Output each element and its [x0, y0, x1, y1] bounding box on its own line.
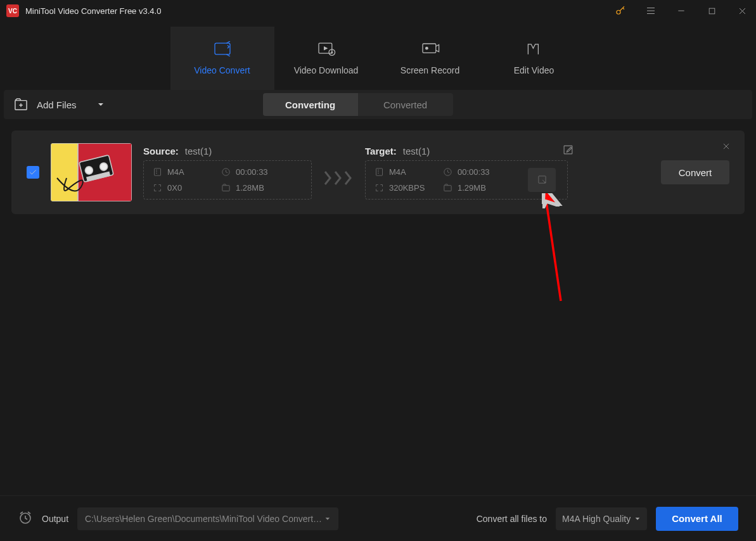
- file-checkbox[interactable]: [27, 166, 39, 179]
- svg-rect-2: [215, 43, 230, 54]
- output-path-value: C:\Users\Helen Green\Documents\MiniTool …: [85, 514, 324, 524]
- target-size: 1.29MB: [443, 183, 524, 193]
- source-size: 1.28MB: [221, 183, 302, 193]
- output-label: Output: [42, 514, 68, 524]
- svg-rect-14: [155, 168, 161, 175]
- target-filename: test(1): [403, 146, 430, 156]
- format-value: M4A High Quality: [562, 514, 631, 524]
- svg-rect-1: [709, 8, 715, 14]
- convert-button[interactable]: Convert: [661, 160, 729, 184]
- svg-rect-20: [444, 185, 451, 191]
- source-resolution: 0X0: [153, 183, 221, 193]
- add-files-button[interactable]: Add Files: [14, 98, 105, 111]
- segmented-converted[interactable]: Converted: [358, 93, 453, 116]
- source-format: M4A: [153, 167, 221, 177]
- toolbar: Add Files Converting Converted: [4, 90, 752, 119]
- tab-screen-record[interactable]: Screen Record: [378, 27, 482, 90]
- app-logo-icon: VC: [6, 4, 19, 17]
- file-list: Source: test(1) M4A 00:00:33 0X0: [0, 119, 756, 226]
- source-label: Source:: [143, 146, 179, 156]
- tab-label: Video Convert: [194, 65, 250, 75]
- app-title: MiniTool Video Converter Free v3.4.0: [25, 6, 606, 16]
- add-files-label: Add Files: [37, 99, 77, 110]
- convert-all-button[interactable]: Convert All: [656, 507, 738, 531]
- svg-point-0: [617, 10, 620, 14]
- status-segmented: Converting Converted: [263, 93, 453, 116]
- output-path-select[interactable]: C:\Users\Helen Green\Documents\MiniTool …: [77, 507, 338, 530]
- tab-label: Screen Record: [400, 65, 459, 75]
- tab-label: Edit Video: [514, 65, 554, 75]
- target-bitrate: 320KBPS: [375, 183, 443, 193]
- arrow-icon: [323, 158, 354, 187]
- chevron-down-icon: [324, 516, 331, 522]
- unlock-key-icon[interactable]: [606, 0, 634, 22]
- maximize-button[interactable]: [698, 0, 726, 22]
- menu-icon[interactable]: [637, 0, 665, 22]
- close-button[interactable]: [728, 0, 756, 22]
- titlebar: VC MiniTool Video Converter Free v3.4.0: [0, 0, 756, 22]
- footer: Output C:\Users\Helen Green\Documents\Mi…: [0, 495, 756, 541]
- source-panel: Source: test(1) M4A 00:00:33 0X0: [143, 146, 312, 200]
- target-format-select[interactable]: M4A High Quality: [556, 507, 647, 530]
- target-info: M4A 00:00:33 320KBPS 1.29MB: [365, 160, 568, 200]
- remove-item-icon[interactable]: [722, 142, 731, 153]
- svg-rect-17: [376, 168, 383, 175]
- target-label: Target:: [365, 146, 397, 156]
- segmented-converting[interactable]: Converting: [263, 93, 358, 116]
- main-tabs: Video Convert Video Download Screen Reco…: [0, 22, 756, 90]
- svg-point-6: [425, 47, 428, 50]
- source-filename: test(1): [185, 146, 212, 156]
- chevron-down-icon[interactable]: [97, 101, 105, 108]
- tab-edit-video[interactable]: Edit Video: [482, 27, 586, 90]
- target-duration: 00:00:33: [443, 167, 524, 177]
- minimize-button[interactable]: [667, 0, 695, 22]
- svg-rect-16: [222, 185, 229, 191]
- schedule-icon[interactable]: [18, 510, 33, 528]
- svg-rect-8: [51, 143, 78, 201]
- file-card: Source: test(1) M4A 00:00:33 0X0: [11, 130, 745, 214]
- svg-rect-5: [423, 44, 436, 53]
- chevron-down-icon: [634, 516, 641, 522]
- tab-video-convert[interactable]: Video Convert: [170, 27, 274, 90]
- source-duration: 00:00:33: [221, 167, 302, 177]
- target-format: M4A: [375, 167, 443, 177]
- edit-target-icon[interactable]: [563, 144, 573, 158]
- target-settings-button[interactable]: [528, 168, 556, 192]
- source-info: M4A 00:00:33 0X0 1.28MB: [143, 160, 312, 200]
- tab-video-download[interactable]: Video Download: [274, 27, 378, 90]
- convert-all-to-label: Convert all files to: [477, 514, 547, 524]
- target-panel: Target: test(1) M4A 00:00:33: [365, 146, 568, 200]
- tab-label: Video Download: [294, 65, 359, 75]
- file-thumbnail: [51, 143, 132, 201]
